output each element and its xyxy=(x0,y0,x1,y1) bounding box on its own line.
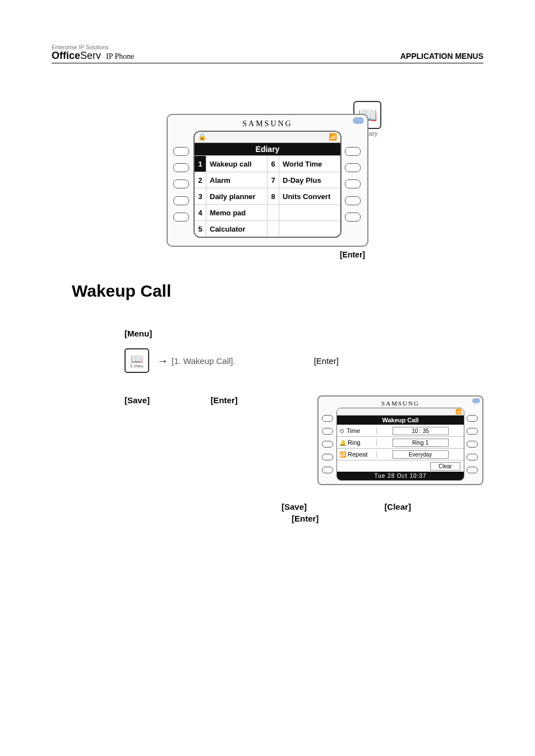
settings-rows: ⏲Time 10 : 35 🔔Ring Ring 1 🔁Repeat Every… xyxy=(337,425,464,472)
bell-icon: 🔔 xyxy=(339,440,346,446)
status-bar: 📶 xyxy=(337,408,464,416)
final-enter-line: [Enter] xyxy=(292,514,483,523)
menu-item-dday-plus[interactable]: 7 D-Day Plus xyxy=(268,172,340,188)
menu-item-alarm[interactable]: 2 Alarm xyxy=(195,172,268,188)
row-ring[interactable]: 🔔Ring Ring 1 xyxy=(337,436,464,448)
softkey[interactable] xyxy=(173,147,189,156)
softkey[interactable] xyxy=(322,467,333,473)
phone-brand-label: SAMSUNG xyxy=(322,400,479,407)
brand-main: OfficeServ xyxy=(52,50,104,61)
mini-icon-label: E-Diary xyxy=(130,364,143,368)
softkey[interactable] xyxy=(322,428,333,435)
softkey[interactable] xyxy=(322,415,333,422)
softkey[interactable] xyxy=(345,179,361,188)
menu-label: Daily planner xyxy=(206,188,268,204)
softkey[interactable] xyxy=(467,428,478,435)
menu-label: Units Convert xyxy=(279,188,340,204)
signal-icon: 📶 xyxy=(329,133,337,141)
ring-value[interactable]: Ring 1 xyxy=(393,439,449,447)
brand-light: Serv xyxy=(80,50,101,61)
menu-label: World Time xyxy=(279,156,340,172)
phone-screen: SAMSUNG 🔒 📶 Ediary xyxy=(167,114,368,247)
save-key-label: [Save] xyxy=(124,395,150,405)
menu-item-wakeup-call[interactable]: 1 Wakeup call xyxy=(195,155,268,172)
main-phone-figure: SAMSUNG 🔒 📶 Ediary xyxy=(167,114,368,259)
ediary-mini-icon: 📖 E-Diary xyxy=(124,348,149,373)
enter-key-label: [Enter] xyxy=(314,356,339,366)
lcd-panel: 📶 Wakeup Call ⏲Time 10 : 35 🔔Ring Ring 1 xyxy=(336,408,464,481)
softkey[interactable] xyxy=(345,163,361,172)
menu-item-empty xyxy=(268,204,340,220)
softkey[interactable] xyxy=(173,179,189,188)
menu-item-world-time[interactable]: 6 World Time xyxy=(268,155,340,172)
softkey[interactable] xyxy=(173,163,189,172)
menu-item-units-convert[interactable]: 8 Units Convert xyxy=(268,188,340,204)
nav-led-icon xyxy=(353,117,364,124)
row-time[interactable]: ⏲Time 10 : 35 xyxy=(337,425,464,436)
menu-item-empty xyxy=(268,220,340,237)
softkey[interactable] xyxy=(345,147,361,156)
menu-item-calculator[interactable]: 5 Calculator xyxy=(195,220,268,237)
clock-icon: ⏲ xyxy=(339,428,345,434)
brand-block: Enterprise IP Solutions OfficeServ IP Ph… xyxy=(52,45,134,61)
menu-number: 2 xyxy=(195,172,206,188)
menu-number: 1 xyxy=(195,156,206,172)
softkey[interactable] xyxy=(467,454,478,460)
status-bar: 🔒 📶 xyxy=(195,132,340,143)
small-phone-figure: SAMSUNG 📶 Wakeup Call xyxy=(317,395,483,485)
menu-col-right: 6 World Time 7 D-Day Plus 8 Units Conver… xyxy=(268,155,340,237)
menu-label xyxy=(279,221,340,237)
menu-number xyxy=(268,221,279,237)
brand-bold: Office xyxy=(52,50,80,61)
page-header: Enterprise IP Solutions OfficeServ IP Ph… xyxy=(52,45,483,63)
menu-label xyxy=(279,205,340,220)
menu-path-label: [1. Wakeup Call]. xyxy=(172,356,236,366)
signal-icon: 📶 xyxy=(455,409,462,414)
menu-number: 6 xyxy=(268,156,279,172)
lcd-panel: 🔒 📶 Ediary 1 Wakeup call 2 Alarm xyxy=(193,131,342,238)
save-step-row: [Save] [Enter] SAMSUNG 📶 xyxy=(124,395,483,485)
softkey[interactable] xyxy=(345,196,361,205)
menu-grid: 1 Wakeup call 2 Alarm 3 Daily planner xyxy=(195,155,340,237)
menu-col-left: 1 Wakeup call 2 Alarm 3 Daily planner xyxy=(195,155,268,237)
softkey[interactable] xyxy=(173,213,189,222)
softkey[interactable] xyxy=(173,196,189,205)
repeat-value[interactable]: Everyday xyxy=(393,450,449,459)
final-step-line: [Save] [Clear] xyxy=(282,502,483,511)
softkey[interactable] xyxy=(322,454,333,460)
softkey[interactable] xyxy=(467,467,478,473)
row-label: Repeat xyxy=(348,451,367,458)
left-softkeys xyxy=(322,408,334,481)
clear-softkey[interactable]: Clear xyxy=(430,462,460,471)
save-step-text: [Save] [Enter] xyxy=(124,395,317,405)
row-label: Time xyxy=(347,427,360,434)
menu-item-memo-pad[interactable]: 4 Memo pad xyxy=(195,204,268,220)
row-label: Ring xyxy=(348,439,361,446)
screen-title-bar: Wakeup Call xyxy=(337,416,464,425)
right-softkeys xyxy=(467,408,479,481)
softkey[interactable] xyxy=(322,441,333,448)
menu-label: Calculator xyxy=(206,221,268,237)
menu-number: 5 xyxy=(195,221,206,237)
softkey[interactable] xyxy=(467,415,478,422)
nav-led-icon xyxy=(472,398,480,403)
menu-number: 7 xyxy=(268,172,279,188)
enter-key-label: [Enter] xyxy=(210,395,237,405)
header-section-label: APPLICATION MENUS xyxy=(400,52,483,61)
menu-number xyxy=(268,205,279,220)
repeat-icon: 🔁 xyxy=(339,451,346,458)
clear-key-label: [Clear] xyxy=(384,502,411,511)
section-heading-wakeup-call: Wakeup Call xyxy=(72,282,483,301)
row-softkey: Clear xyxy=(337,460,464,472)
row-repeat[interactable]: 🔁Repeat Everyday xyxy=(337,448,464,460)
menu-number: 8 xyxy=(268,188,279,204)
menu-item-daily-planner[interactable]: 3 Daily planner xyxy=(195,188,268,204)
menu-label: Wakeup call xyxy=(206,156,268,172)
left-softkeys xyxy=(173,131,190,238)
screen-title-bar: Ediary xyxy=(195,143,340,155)
time-value[interactable]: 10 : 35 xyxy=(393,427,449,435)
save-key-label: [Save] xyxy=(282,502,307,511)
softkey[interactable] xyxy=(467,441,478,448)
softkey[interactable] xyxy=(345,213,361,222)
menu-label: Alarm xyxy=(206,172,268,188)
